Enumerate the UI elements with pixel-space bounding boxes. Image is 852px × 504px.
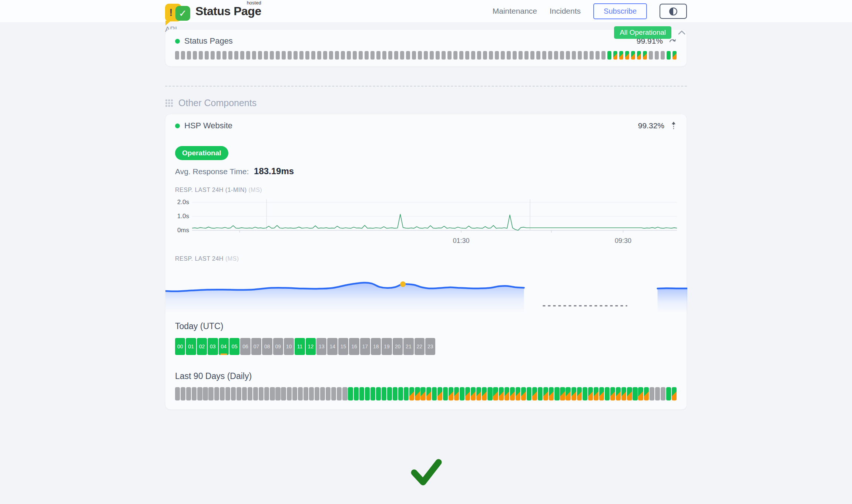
status-badge: All Operational <box>614 26 671 39</box>
daily-uptime-block <box>292 387 297 400</box>
uptime-block <box>655 51 659 60</box>
page-content: API All Operational Status Pages 99.91% … <box>165 29 687 504</box>
daily-uptime-block <box>275 387 280 400</box>
daily-uptime-block <box>382 387 386 400</box>
response-time-1min-chart: 2.0s 1.0s 0ms 01:3009:30 <box>175 199 677 245</box>
chart2-marker-dot <box>400 281 406 287</box>
daily-uptime-block <box>197 387 202 400</box>
uptime-bar-api <box>175 51 677 60</box>
uptime-block <box>507 51 511 60</box>
uptime-block <box>524 51 529 60</box>
daily-uptime-block <box>482 387 487 400</box>
chart1-plot-area: 01:3009:30 <box>192 199 677 245</box>
brand-logo[interactable]: ! ✓ hosted Status Page <box>165 2 261 20</box>
status-dot-icon <box>175 39 180 44</box>
daily-uptime-block <box>454 387 459 400</box>
uptime-block <box>548 51 552 60</box>
uptime-block <box>489 51 493 60</box>
uptime-block <box>370 51 375 60</box>
uptime-block <box>566 51 570 60</box>
hour-block: 17 <box>360 338 370 355</box>
nav-maintenance[interactable]: Maintenance <box>493 7 537 16</box>
grid-icon <box>165 99 173 107</box>
daily-uptime-block <box>253 387 258 400</box>
daily-uptime-block <box>476 387 481 400</box>
uptime-block <box>643 51 647 60</box>
daily-uptime-block <box>510 387 515 400</box>
uptime-block <box>240 51 244 60</box>
daily-uptime-block <box>543 387 548 400</box>
daily-uptime-block <box>208 387 213 400</box>
uptime-block <box>199 51 203 60</box>
daily-uptime-block <box>571 387 576 400</box>
uptime-block <box>175 51 179 60</box>
hour-block: 11 <box>295 338 305 355</box>
daily-uptime-block <box>175 387 180 400</box>
uptime-block <box>590 51 594 60</box>
uptime-block <box>572 51 576 60</box>
daily-uptime-block <box>376 387 381 400</box>
daily-uptime-block <box>326 387 331 400</box>
uptime-block <box>329 51 333 60</box>
daily-uptime-block <box>521 387 526 400</box>
daily-uptime-block <box>248 387 252 400</box>
hour-block: 16 <box>349 338 359 355</box>
daily-uptime-block <box>554 387 559 400</box>
uptime-block <box>276 51 280 60</box>
subscribe-button[interactable]: Subscribe <box>593 3 647 19</box>
uptime-block <box>447 51 452 60</box>
uptime-block <box>252 51 256 60</box>
daily-uptime-block <box>666 387 671 400</box>
uptime-block <box>619 51 623 60</box>
nav-incidents[interactable]: Incidents <box>550 7 581 16</box>
uptime-block <box>631 51 635 60</box>
uptime-block <box>471 51 475 60</box>
daily-uptime-block <box>331 387 336 400</box>
hour-block: 07 <box>251 338 261 355</box>
daily-uptime-block <box>354 387 359 400</box>
uptime-block <box>217 51 221 60</box>
hour-block: 06 <box>240 338 250 355</box>
uptime-block <box>388 51 392 60</box>
uptime-block <box>293 51 298 60</box>
hour-degraded-underline <box>220 354 227 355</box>
daily-uptime-block <box>359 387 364 400</box>
hour-block: 23 <box>425 338 435 355</box>
today-title: Today (UTC) <box>175 321 677 331</box>
daily-uptime-block <box>633 387 637 400</box>
hour-block: 18 <box>371 338 381 355</box>
chevron-up-icon[interactable] <box>677 29 687 36</box>
hour-block: 05 <box>229 338 239 355</box>
uptime-block <box>211 51 215 60</box>
hour-block: 01 <box>186 338 196 355</box>
daily-uptime-block <box>409 387 414 400</box>
theme-toggle-button[interactable] <box>660 4 687 19</box>
uptime-block <box>477 51 481 60</box>
hour-block: 02 <box>197 338 207 355</box>
daily-uptime-block <box>577 387 582 400</box>
hour-block: 19 <box>382 338 392 355</box>
daily-uptime-block <box>672 387 677 400</box>
daily-uptime-block <box>264 387 269 400</box>
daily-uptime-block <box>404 387 409 400</box>
operational-badge: Operational <box>175 146 228 160</box>
uptime-block <box>418 51 422 60</box>
daily-uptime-block <box>599 387 604 400</box>
chart2-label: RESP. LAST 24H (MS) <box>175 256 677 262</box>
section-divider <box>165 86 687 87</box>
component-name: HSP Website <box>184 121 232 131</box>
uptime-block <box>205 51 209 60</box>
uptime-block <box>625 51 629 60</box>
status-dot-icon <box>175 124 180 128</box>
check-icon: ✓ <box>175 6 190 21</box>
hour-block: 12 <box>306 338 316 355</box>
daily-uptime-block <box>460 387 464 400</box>
daily-uptime-block <box>493 387 498 400</box>
today-hours-bar: 0001020304050607080910111213141516171819… <box>175 338 677 355</box>
uptime-block <box>672 51 677 60</box>
hour-block: 13 <box>316 338 326 355</box>
expand-arrow-icon[interactable] <box>670 121 677 130</box>
uptime-block <box>270 51 274 60</box>
uptime-block <box>311 51 315 60</box>
uptime-block <box>459 51 463 60</box>
